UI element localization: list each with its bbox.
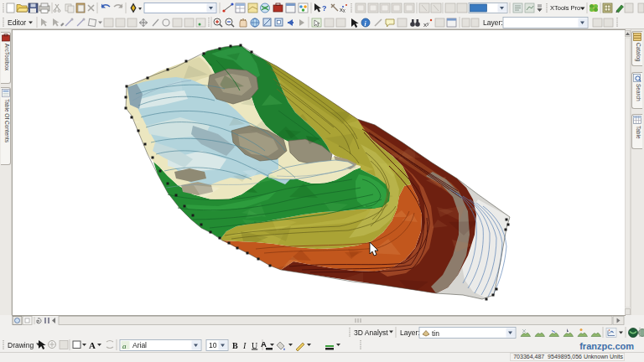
svg-text:xʸ: xʸ [423,21,429,28]
svg-text:Layer:: Layer: [483,18,503,27]
svg-text:A: A [261,339,267,349]
svg-text:Drawing: Drawing [8,341,34,349]
svg-text:tin: tin [432,329,439,338]
svg-text:?: ? [322,4,327,13]
svg-text:3D Analyst: 3D Analyst [354,328,388,337]
svg-text:Arial: Arial [132,341,147,349]
svg-text:10: 10 [209,341,217,349]
svg-text:XTools Pro: XTools Pro [550,4,580,12]
svg-text:Editor: Editor [8,18,26,27]
svg-text:Layer:: Layer: [400,328,420,337]
svg-text:I: I [242,341,247,350]
svg-text:a: a [122,342,127,350]
svg-text:U: U [252,341,258,350]
svg-text:B: B [232,341,238,350]
svg-text:A: A [89,340,96,350]
